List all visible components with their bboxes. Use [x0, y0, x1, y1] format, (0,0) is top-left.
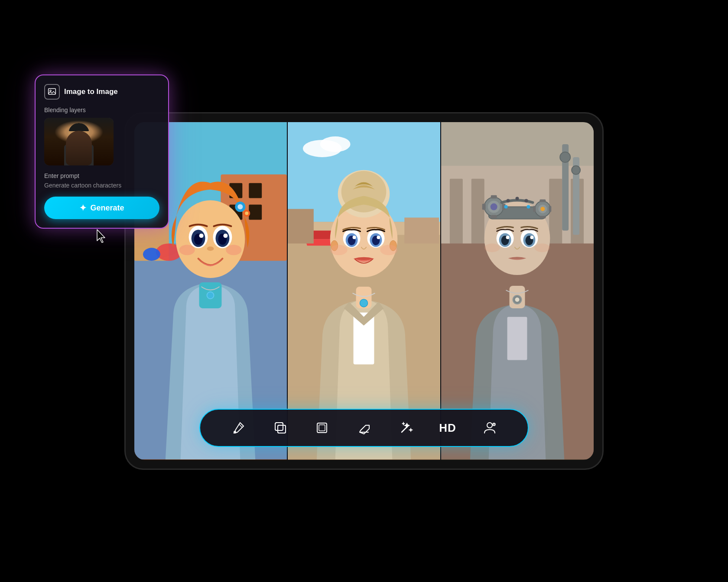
svg-point-50: [353, 236, 356, 239]
svg-rect-75: [482, 204, 486, 210]
blending-image-preview[interactable]: [44, 118, 114, 165]
image-to-image-card: Image to Image Blending layers Enter pro…: [35, 74, 169, 229]
svg-point-95: [484, 243, 500, 252]
layers-icon: [273, 421, 287, 435]
svg-point-100: [526, 205, 530, 209]
svg-point-72: [491, 204, 497, 210]
crop-icon: [315, 421, 329, 435]
svg-point-14: [237, 204, 243, 210]
person-icon: [483, 421, 497, 435]
svg-point-23: [199, 233, 204, 238]
device-frame: HD: [126, 113, 602, 469]
svg-rect-80: [540, 200, 546, 202]
generate-button[interactable]: ✦ Generate: [44, 197, 159, 219]
svg-rect-81: [540, 216, 546, 218]
card-header-icon: [44, 84, 60, 100]
prompt-text: Generate cartoon characters: [44, 182, 159, 189]
magic-icon: [399, 421, 413, 435]
svg-point-26: [207, 292, 214, 299]
scene-container: HD: [61, 53, 667, 529]
svg-point-84: [507, 199, 510, 203]
brush-tool-button[interactable]: [227, 417, 250, 439]
svg-point-99: [504, 205, 508, 209]
svg-point-16: [245, 212, 248, 215]
card-header: Image to Image: [44, 84, 159, 100]
image-to-image-icon: [48, 87, 56, 96]
svg-point-108: [487, 423, 492, 428]
svg-point-101: [234, 431, 236, 433]
svg-point-79: [540, 207, 545, 211]
svg-point-27: [179, 245, 195, 255]
card-title: Image to Image: [64, 87, 118, 96]
generate-label: Generate: [90, 204, 124, 213]
blending-label: Blending layers: [44, 107, 159, 113]
svg-point-54: [360, 299, 368, 307]
svg-point-53: [380, 245, 397, 255]
svg-point-94: [530, 236, 533, 239]
svg-rect-6: [249, 205, 262, 220]
svg-rect-57: [450, 179, 463, 252]
svg-point-98: [515, 297, 520, 302]
svg-point-51: [377, 236, 380, 239]
svg-point-25: [207, 246, 214, 251]
magic-wand-button[interactable]: [395, 417, 417, 439]
svg-point-93: [506, 236, 510, 239]
svg-rect-104: [278, 425, 286, 433]
preview-head: [68, 123, 89, 144]
svg-point-10: [143, 248, 160, 261]
svg-point-96: [534, 243, 550, 252]
svg-point-63: [560, 152, 570, 162]
svg-point-12: [176, 200, 245, 278]
device-inner: HD: [134, 122, 594, 460]
svg-point-28: [226, 245, 241, 255]
svg-point-64: [572, 166, 580, 175]
svg-rect-59: [549, 179, 562, 252]
svg-point-52: [330, 245, 348, 255]
generate-star-icon: ✦: [79, 203, 87, 213]
svg-rect-35: [288, 209, 314, 244]
eraser-button[interactable]: [353, 417, 375, 439]
preview-body: [64, 145, 94, 165]
svg-point-24: [223, 233, 228, 238]
prompt-label: Enter prompt: [44, 172, 159, 179]
person-button[interactable]: [478, 417, 501, 439]
hd-button[interactable]: HD: [436, 417, 459, 439]
svg-rect-4: [249, 183, 262, 198]
toolbar: HD: [199, 409, 529, 447]
svg-rect-73: [491, 195, 497, 199]
svg-rect-58: [471, 179, 484, 252]
svg-point-31: [320, 136, 351, 152]
svg-rect-66: [507, 317, 527, 360]
eraser-icon: [357, 421, 371, 435]
layers-button[interactable]: [269, 417, 292, 439]
svg-rect-83: [549, 206, 551, 212]
cursor-pointer: [95, 229, 107, 246]
svg-rect-74: [491, 215, 497, 218]
brush-icon: [231, 421, 245, 435]
svg-point-85: [516, 197, 519, 200]
crop-button[interactable]: [311, 417, 333, 439]
svg-rect-82: [533, 206, 536, 212]
svg-point-111: [50, 90, 51, 91]
svg-rect-107: [319, 425, 325, 431]
svg-rect-36: [404, 217, 439, 243]
preview-neon-accent: [72, 146, 86, 154]
cursor-icon: [95, 229, 107, 244]
svg-point-86: [524, 199, 528, 203]
hd-label: HD: [439, 421, 456, 435]
